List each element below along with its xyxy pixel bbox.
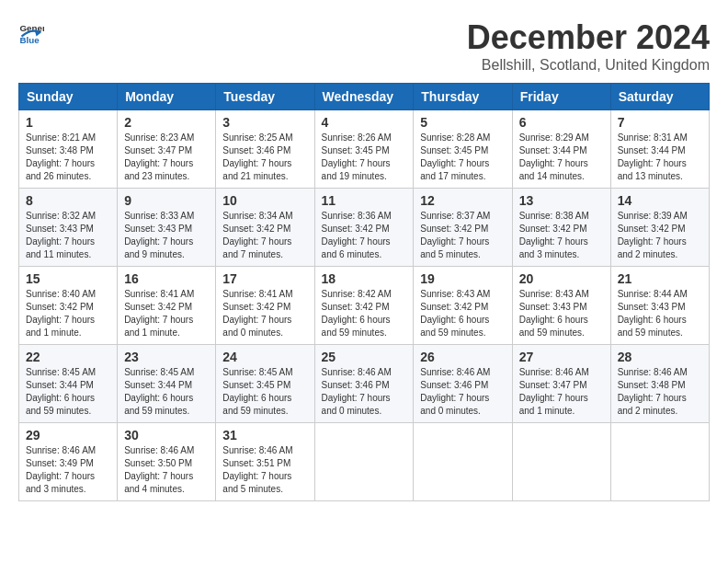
day-info: Sunrise: 8:33 AM Sunset: 3:43 PM Dayligh… bbox=[124, 210, 209, 261]
day-info: Sunrise: 8:21 AM Sunset: 3:48 PM Dayligh… bbox=[26, 132, 110, 183]
week-row-2: 15 Sunrise: 8:40 AM Sunset: 3:42 PM Dayl… bbox=[19, 267, 710, 345]
calendar-cell: 27 Sunrise: 8:46 AM Sunset: 3:47 PM Dayl… bbox=[512, 345, 610, 423]
header: General Blue December 2024 Bellshill, Sc… bbox=[18, 18, 710, 74]
day-info: Sunrise: 8:40 AM Sunset: 3:42 PM Dayligh… bbox=[26, 288, 110, 339]
header-tuesday: Tuesday bbox=[216, 84, 314, 110]
day-number: 29 bbox=[26, 428, 110, 442]
calendar-cell: 11 Sunrise: 8:36 AM Sunset: 3:42 PM Dayl… bbox=[314, 189, 414, 267]
day-info: Sunrise: 8:43 AM Sunset: 3:43 PM Dayligh… bbox=[519, 288, 604, 339]
day-info: Sunrise: 8:46 AM Sunset: 3:46 PM Dayligh… bbox=[420, 366, 505, 418]
day-info: Sunrise: 8:45 AM Sunset: 3:44 PM Dayligh… bbox=[26, 366, 110, 418]
calendar-cell: 15 Sunrise: 8:40 AM Sunset: 3:42 PM Dayl… bbox=[19, 267, 118, 345]
calendar-cell: 5 Sunrise: 8:28 AM Sunset: 3:45 PM Dayli… bbox=[414, 110, 512, 189]
header-saturday: Saturday bbox=[610, 84, 709, 110]
days-header-row: Sunday Monday Tuesday Wednesday Thursday… bbox=[19, 84, 710, 110]
day-number: 9 bbox=[124, 193, 209, 208]
day-number: 2 bbox=[124, 115, 209, 130]
calendar-cell: 19 Sunrise: 8:43 AM Sunset: 3:42 PM Dayl… bbox=[414, 267, 512, 345]
calendar-cell: 6 Sunrise: 8:29 AM Sunset: 3:44 PM Dayli… bbox=[512, 110, 610, 189]
day-info: Sunrise: 8:34 AM Sunset: 3:42 PM Dayligh… bbox=[222, 210, 307, 261]
day-number: 12 bbox=[420, 193, 505, 208]
day-info: Sunrise: 8:42 AM Sunset: 3:42 PM Dayligh… bbox=[322, 288, 407, 339]
day-number: 11 bbox=[322, 193, 407, 208]
day-info: Sunrise: 8:45 AM Sunset: 3:44 PM Dayligh… bbox=[124, 366, 209, 418]
header-monday: Monday bbox=[118, 84, 216, 110]
calendar-cell: 18 Sunrise: 8:42 AM Sunset: 3:42 PM Dayl… bbox=[314, 267, 414, 345]
day-info: Sunrise: 8:37 AM Sunset: 3:42 PM Dayligh… bbox=[420, 210, 505, 261]
calendar-cell: 26 Sunrise: 8:46 AM Sunset: 3:46 PM Dayl… bbox=[414, 345, 512, 423]
day-info: Sunrise: 8:46 AM Sunset: 3:48 PM Dayligh… bbox=[618, 366, 702, 418]
month-title: December 2024 bbox=[467, 18, 710, 57]
calendar-cell: 20 Sunrise: 8:43 AM Sunset: 3:43 PM Dayl… bbox=[512, 267, 610, 345]
logo: General Blue bbox=[18, 18, 44, 44]
week-row-3: 22 Sunrise: 8:45 AM Sunset: 3:44 PM Dayl… bbox=[19, 345, 710, 423]
day-number: 18 bbox=[322, 271, 407, 286]
calendar-cell: 17 Sunrise: 8:41 AM Sunset: 3:42 PM Dayl… bbox=[216, 267, 314, 345]
day-info: Sunrise: 8:44 AM Sunset: 3:43 PM Dayligh… bbox=[618, 288, 702, 339]
logo-icon: General Blue bbox=[18, 18, 44, 44]
day-number: 15 bbox=[26, 271, 110, 286]
calendar-cell: 14 Sunrise: 8:39 AM Sunset: 3:42 PM Dayl… bbox=[610, 189, 709, 267]
calendar-cell: 30 Sunrise: 8:46 AM Sunset: 3:50 PM Dayl… bbox=[118, 423, 216, 501]
calendar-cell: 8 Sunrise: 8:32 AM Sunset: 3:43 PM Dayli… bbox=[19, 189, 118, 267]
day-number: 6 bbox=[519, 115, 604, 130]
calendar-cell: 24 Sunrise: 8:45 AM Sunset: 3:45 PM Dayl… bbox=[216, 345, 314, 423]
day-info: Sunrise: 8:36 AM Sunset: 3:42 PM Dayligh… bbox=[322, 210, 407, 261]
calendar-cell: 1 Sunrise: 8:21 AM Sunset: 3:48 PM Dayli… bbox=[19, 110, 118, 189]
calendar-cell: 16 Sunrise: 8:41 AM Sunset: 3:42 PM Dayl… bbox=[118, 267, 216, 345]
day-number: 22 bbox=[26, 350, 110, 364]
week-row-1: 8 Sunrise: 8:32 AM Sunset: 3:43 PM Dayli… bbox=[19, 189, 710, 267]
day-info: Sunrise: 8:31 AM Sunset: 3:44 PM Dayligh… bbox=[618, 132, 702, 183]
calendar-cell bbox=[512, 423, 610, 501]
day-info: Sunrise: 8:38 AM Sunset: 3:42 PM Dayligh… bbox=[519, 210, 604, 261]
calendar-cell: 29 Sunrise: 8:46 AM Sunset: 3:49 PM Dayl… bbox=[19, 423, 118, 501]
day-number: 5 bbox=[420, 115, 505, 130]
day-number: 23 bbox=[124, 350, 209, 364]
day-info: Sunrise: 8:43 AM Sunset: 3:42 PM Dayligh… bbox=[420, 288, 505, 339]
day-info: Sunrise: 8:26 AM Sunset: 3:45 PM Dayligh… bbox=[322, 132, 407, 183]
title-area: December 2024 Bellshill, Scotland, Unite… bbox=[467, 18, 710, 74]
svg-text:Blue: Blue bbox=[19, 35, 40, 44]
day-number: 17 bbox=[222, 271, 307, 286]
calendar-cell: 2 Sunrise: 8:23 AM Sunset: 3:47 PM Dayli… bbox=[118, 110, 216, 189]
day-number: 3 bbox=[222, 115, 307, 130]
day-number: 31 bbox=[222, 428, 307, 442]
day-number: 1 bbox=[26, 115, 110, 130]
day-number: 25 bbox=[322, 350, 407, 364]
calendar-cell bbox=[314, 423, 414, 501]
day-info: Sunrise: 8:46 AM Sunset: 3:50 PM Dayligh… bbox=[124, 444, 209, 496]
day-number: 26 bbox=[420, 350, 505, 364]
calendar-cell: 28 Sunrise: 8:46 AM Sunset: 3:48 PM Dayl… bbox=[610, 345, 709, 423]
day-number: 20 bbox=[519, 271, 604, 286]
calendar-cell: 31 Sunrise: 8:46 AM Sunset: 3:51 PM Dayl… bbox=[216, 423, 314, 501]
calendar-cell: 22 Sunrise: 8:45 AM Sunset: 3:44 PM Dayl… bbox=[19, 345, 118, 423]
day-info: Sunrise: 8:46 AM Sunset: 3:46 PM Dayligh… bbox=[322, 366, 407, 418]
day-number: 10 bbox=[222, 193, 307, 208]
calendar-cell: 3 Sunrise: 8:25 AM Sunset: 3:46 PM Dayli… bbox=[216, 110, 314, 189]
calendar-cell bbox=[610, 423, 709, 501]
day-number: 27 bbox=[519, 350, 604, 364]
week-row-0: 1 Sunrise: 8:21 AM Sunset: 3:48 PM Dayli… bbox=[19, 110, 710, 189]
header-sunday: Sunday bbox=[19, 84, 118, 110]
day-info: Sunrise: 8:28 AM Sunset: 3:45 PM Dayligh… bbox=[420, 132, 505, 183]
day-number: 21 bbox=[618, 271, 702, 286]
calendar-cell: 7 Sunrise: 8:31 AM Sunset: 3:44 PM Dayli… bbox=[610, 110, 709, 189]
calendar-cell: 25 Sunrise: 8:46 AM Sunset: 3:46 PM Dayl… bbox=[314, 345, 414, 423]
day-info: Sunrise: 8:46 AM Sunset: 3:47 PM Dayligh… bbox=[519, 366, 604, 418]
day-info: Sunrise: 8:41 AM Sunset: 3:42 PM Dayligh… bbox=[222, 288, 307, 339]
day-info: Sunrise: 8:41 AM Sunset: 3:42 PM Dayligh… bbox=[124, 288, 209, 339]
day-number: 8 bbox=[26, 193, 110, 208]
calendar-cell: 4 Sunrise: 8:26 AM Sunset: 3:45 PM Dayli… bbox=[314, 110, 414, 189]
day-info: Sunrise: 8:29 AM Sunset: 3:44 PM Dayligh… bbox=[519, 132, 604, 183]
day-info: Sunrise: 8:46 AM Sunset: 3:49 PM Dayligh… bbox=[26, 444, 110, 496]
day-number: 28 bbox=[618, 350, 702, 364]
calendar-cell: 12 Sunrise: 8:37 AM Sunset: 3:42 PM Dayl… bbox=[414, 189, 512, 267]
day-number: 24 bbox=[222, 350, 307, 364]
day-number: 19 bbox=[420, 271, 505, 286]
day-number: 14 bbox=[618, 193, 702, 208]
day-info: Sunrise: 8:25 AM Sunset: 3:46 PM Dayligh… bbox=[222, 132, 307, 183]
header-wednesday: Wednesday bbox=[314, 84, 414, 110]
calendar-cell: 10 Sunrise: 8:34 AM Sunset: 3:42 PM Dayl… bbox=[216, 189, 314, 267]
day-number: 13 bbox=[519, 193, 604, 208]
day-number: 7 bbox=[618, 115, 702, 130]
